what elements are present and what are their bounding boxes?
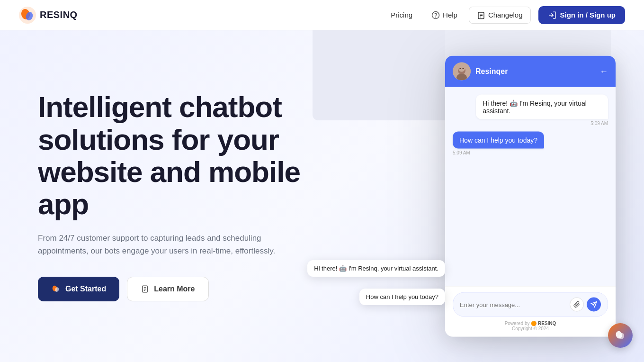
chat-footer: Powered by 🟠 RESINQ Copyright © 2024: [445, 286, 616, 337]
hero-title-line1: Intelligent chatbot: [38, 90, 282, 123]
copyright-text: Copyright © 2024: [512, 326, 549, 331]
chat-widget: Resinqer ← Hi there! 🤖 I'm Resinq, your …: [445, 56, 616, 337]
hero-title: Intelligent chatbot solutions for your w…: [38, 91, 331, 220]
learn-more-button[interactable]: Learn More: [127, 277, 208, 301]
chat-time-1: 5:09 AM: [590, 121, 608, 126]
chat-widget-container: Resinqer ← Hi there! 🤖 I'm Resinq, your …: [445, 56, 616, 337]
tooltip-2-text: How can I help you today?: [366, 293, 438, 300]
signin-button[interactable]: Sign in / Sign up: [538, 6, 626, 24]
navbar: RESINQ Pricing Help Changelog: [0, 0, 644, 30]
tooltip-bubble-1: Hi there! 🤖 I'm Resinq, your virtual ass…: [307, 260, 445, 277]
svg-point-21: [463, 68, 464, 69]
get-started-label: Get Started: [65, 285, 106, 293]
logo-icon: [19, 7, 36, 24]
hero-section: Intelligent chatbot solutions for your w…: [0, 30, 644, 362]
tooltip-1-text: Hi there! 🤖 I'm Resinq, your virtual ass…: [314, 265, 438, 272]
chat-bubble-1: Hi there! 🤖 I'm Resinq, your virtual ass…: [476, 95, 608, 119]
changelog-button[interactable]: Changelog: [469, 7, 531, 24]
signin-label: Sign in / Sign up: [560, 11, 616, 19]
chat-send-buttons: [570, 298, 601, 312]
hero-title-line3: website and mobile app: [38, 155, 300, 220]
chat-header-left: Resinqer: [453, 63, 508, 81]
powered-by-brand: 🟠 RESINQ: [531, 321, 556, 326]
chat-back-icon[interactable]: ←: [599, 66, 608, 76]
chat-time-2: 5:09 AM: [453, 150, 470, 155]
attachment-icon: [573, 301, 580, 308]
get-started-button[interactable]: Get Started: [38, 277, 119, 301]
svg-point-20: [460, 68, 461, 69]
learn-more-icon: [141, 285, 149, 293]
powered-by-text: Powered by: [505, 321, 530, 326]
logo-text: RESINQ: [40, 9, 78, 20]
pricing-link[interactable]: Pricing: [383, 7, 420, 23]
chat-message-1: Hi there! 🤖 I'm Resinq, your virtual ass…: [476, 95, 608, 126]
hero-content: Intelligent chatbot solutions for your w…: [0, 63, 360, 329]
chat-body: Hi there! 🤖 I'm Resinq, your virtual ass…: [445, 87, 616, 286]
send-icon: [590, 301, 597, 308]
chat-message-2: How can I help you today? 5:09 AM: [453, 132, 585, 155]
help-label: Help: [443, 11, 457, 19]
changelog-icon: [477, 11, 485, 19]
avatar: [453, 63, 471, 81]
floating-chat-icon: [614, 329, 626, 342]
pricing-label: Pricing: [391, 11, 412, 19]
svg-point-19: [458, 65, 465, 72]
chat-input-row[interactable]: [453, 292, 608, 317]
avatar-image: [453, 63, 471, 81]
changelog-label: Changelog: [488, 11, 523, 19]
chat-input[interactable]: [460, 301, 566, 308]
powered-by: Powered by 🟠 RESINQ Copyright © 2024: [453, 321, 608, 331]
tooltip-bubble-2: How can I help you today?: [359, 289, 445, 305]
learn-more-label: Learn More: [154, 285, 195, 293]
chat-message-1-text: Hi there! 🤖 I'm Resinq, your virtual ass…: [483, 100, 587, 115]
chat-header: Resinqer ←: [445, 56, 616, 87]
help-link[interactable]: Help: [424, 7, 465, 23]
help-icon: [431, 11, 440, 19]
chat-message-2-text: How can I help you today?: [459, 136, 537, 144]
floating-chat-button[interactable]: [608, 323, 633, 348]
logo[interactable]: RESINQ: [19, 7, 78, 24]
hero-title-line2: solutions for your: [38, 123, 279, 156]
hero-buttons: Get Started Learn More: [38, 277, 331, 301]
chat-attachment-button[interactable]: [570, 298, 584, 312]
chat-bubble-2: How can I help you today?: [453, 132, 544, 149]
chat-agent-name: Resinqer: [475, 67, 508, 76]
hero-subtitle: From 24/7 customer support to capturing …: [38, 232, 303, 257]
svg-point-4: [436, 17, 436, 17]
signin-icon: [548, 11, 556, 19]
get-started-icon: [51, 284, 61, 294]
chat-send-button[interactable]: [587, 298, 601, 312]
nav-links: Pricing Help Changelog: [383, 6, 625, 24]
